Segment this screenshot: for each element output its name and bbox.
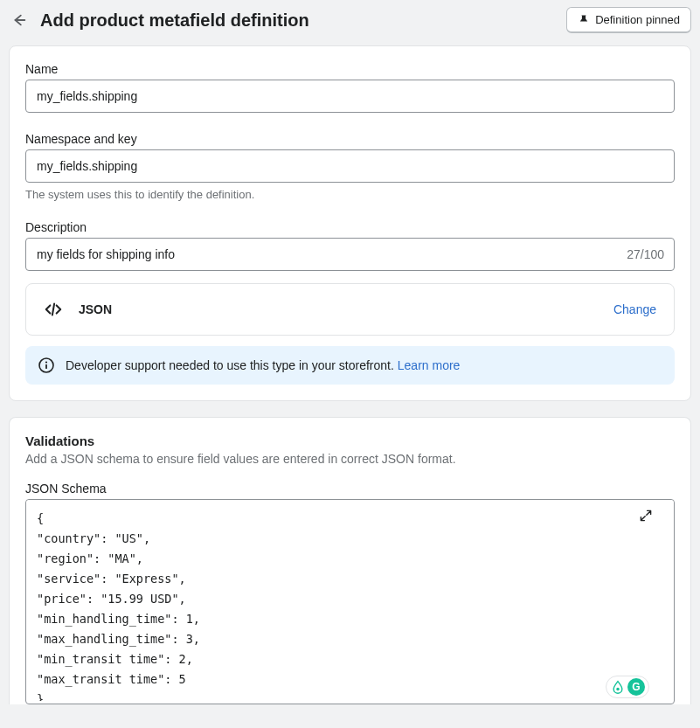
namespace-label: Namespace and key bbox=[25, 132, 675, 146]
namespace-help-text: The system uses this to identify the def… bbox=[25, 188, 675, 201]
description-label: Description bbox=[25, 220, 675, 234]
description-field-group: Description 27/100 bbox=[25, 220, 675, 271]
validations-card: Validations Add a JSON schema to ensure … bbox=[9, 417, 691, 704]
json-schema-wrap: G bbox=[25, 499, 675, 704]
description-input[interactable] bbox=[25, 238, 675, 271]
page-title: Add product metafield definition bbox=[40, 10, 309, 31]
expand-button[interactable] bbox=[639, 509, 653, 523]
svg-rect-4 bbox=[45, 364, 47, 369]
validations-subtext: Add a JSON schema to ensure field values… bbox=[25, 452, 675, 466]
extension-drop-icon[interactable] bbox=[610, 679, 626, 695]
grammarly-icon[interactable]: G bbox=[627, 678, 645, 696]
page-header-left: Add product metafield definition bbox=[9, 10, 309, 31]
json-schema-input[interactable] bbox=[26, 500, 674, 701]
namespace-field-group: Namespace and key The system uses this t… bbox=[25, 132, 675, 201]
pinned-label: Definition pinned bbox=[595, 13, 680, 26]
definition-pinned-button[interactable]: Definition pinned bbox=[566, 7, 691, 33]
arrow-left-icon bbox=[11, 12, 27, 28]
pin-icon bbox=[578, 14, 590, 26]
svg-point-5 bbox=[616, 688, 620, 691]
learn-more-link[interactable]: Learn more bbox=[398, 358, 461, 372]
json-schema-label: JSON Schema bbox=[25, 482, 675, 496]
developer-support-banner: Developer support needed to use this typ… bbox=[25, 346, 675, 385]
field-type-name: JSON bbox=[79, 302, 112, 316]
change-type-link[interactable]: Change bbox=[613, 302, 656, 316]
field-type-row: JSON Change bbox=[25, 283, 675, 336]
name-label: Name bbox=[25, 62, 675, 76]
banner-content: Developer support needed to use this typ… bbox=[66, 358, 460, 372]
page-header: Add product metafield definition Definit… bbox=[0, 0, 700, 45]
name-input[interactable] bbox=[25, 80, 675, 113]
namespace-input[interactable] bbox=[25, 149, 675, 183]
validations-heading: Validations bbox=[25, 433, 675, 448]
definition-form-card: Name Namespace and key The system uses t… bbox=[9, 45, 691, 401]
svg-point-3 bbox=[45, 361, 47, 363]
svg-line-1 bbox=[52, 304, 54, 315]
banner-text: Developer support needed to use this typ… bbox=[66, 358, 398, 372]
code-icon bbox=[44, 300, 63, 319]
name-field-group: Name bbox=[25, 62, 675, 113]
info-icon bbox=[38, 357, 55, 374]
expand-icon bbox=[639, 509, 653, 523]
extension-badges: G bbox=[606, 676, 649, 698]
back-button[interactable] bbox=[9, 10, 30, 31]
